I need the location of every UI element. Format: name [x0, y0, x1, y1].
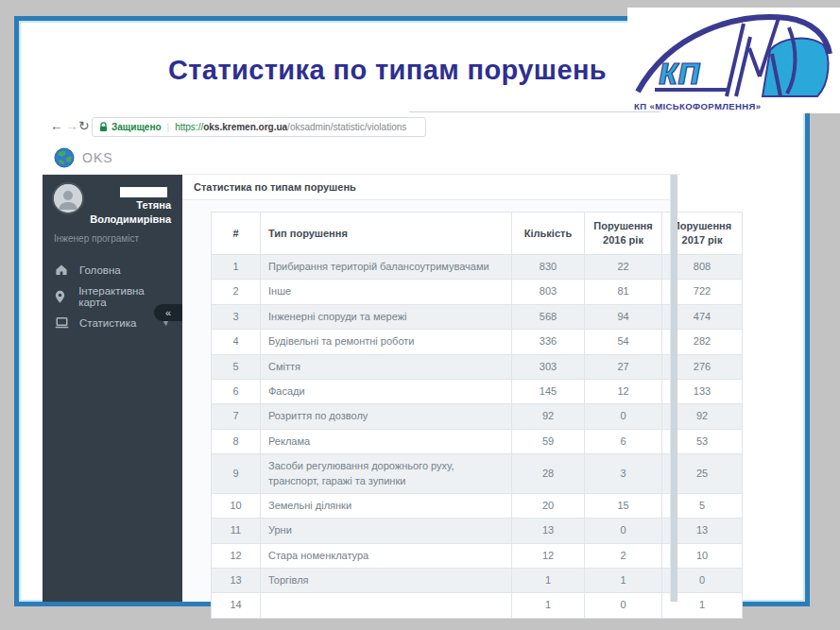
sidebar-item-label: Інтерактивна карта	[78, 285, 170, 308]
address-separator: |	[167, 122, 170, 132]
value-cell: 94	[585, 304, 662, 329]
table-header: #Тип порушенняКількістьПорушення 2016 рі…	[212, 213, 743, 255]
value-cell: 22	[585, 255, 662, 280]
column-header: Порушення 2016 рік	[585, 213, 662, 255]
value-cell: 14	[212, 593, 261, 618]
table-row: 12Стара номенклатура12210	[212, 543, 743, 568]
reload-icon[interactable]: ↻	[78, 116, 90, 135]
value-cell: 1	[585, 569, 662, 593]
violation-type-cell: Інженерні споруди та мережі	[261, 304, 512, 329]
value-cell: 59	[512, 429, 585, 453]
value-cell: 7	[212, 404, 261, 429]
table-row: 5Сміття30327276	[212, 354, 743, 379]
value-cell: 6	[212, 379, 261, 403]
value-cell: 27	[585, 354, 662, 379]
sidebar-item-label: Статистика	[79, 317, 136, 329]
sidebar-item-label: Головна	[79, 264, 121, 276]
column-header: Тип порушення	[261, 213, 512, 255]
home-icon	[55, 264, 70, 276]
user-name: Тетяна Володимирівна	[86, 184, 171, 227]
logo-caption: КП «МІСЬКОФОРМЛЕННЯ»	[634, 101, 761, 111]
table-row: 11Урни13013	[212, 519, 743, 543]
violation-type-cell: Земельні ділянки	[261, 493, 512, 518]
value-cell: 0	[585, 593, 662, 618]
url-domain: oks.kremen.org.ua	[203, 122, 287, 132]
globe-icon	[54, 147, 75, 168]
value-cell: 1	[512, 569, 585, 593]
value-cell: 54	[585, 330, 662, 354]
table-row: 10Земельні ділянки20155	[212, 493, 743, 518]
value-cell: 5	[212, 354, 261, 379]
table-row: 8Реклама59653	[212, 429, 743, 453]
value-cell: 2	[585, 543, 662, 568]
table-row: 4Будівельні та ремонтні роботи33654282	[212, 330, 743, 354]
sidebar: Тетяна Володимирівна Інженер програміст …	[43, 175, 182, 602]
value-cell: 10	[212, 493, 261, 518]
violation-type-cell: Реклама	[261, 429, 512, 453]
sidebar-collapse-button[interactable]: «	[154, 304, 182, 321]
value-cell: 3	[212, 304, 261, 329]
value-cell: 8	[212, 429, 261, 453]
violation-type-cell: Фасади	[261, 379, 512, 403]
logo-monogram: кп	[659, 50, 701, 92]
value-cell: 1	[212, 255, 261, 280]
value-cell: 0	[585, 404, 662, 429]
company-logo: кп КП «МІСЬКОФОРМЛЕННЯ»	[627, 8, 840, 113]
table-row: 1Прибирання територій балансоутримувачам…	[212, 255, 743, 280]
map-pin-icon	[55, 290, 69, 303]
sidebar-nav: ГоловнаІнтерактивна картаСтатистика▼	[43, 257, 182, 336]
value-cell: 92	[512, 404, 585, 429]
app-brand[interactable]: OKS	[82, 150, 113, 165]
column-header: #	[212, 213, 261, 255]
table-row: 9Засоби регулювання дорожнього руху, тра…	[212, 454, 743, 494]
back-icon[interactable]: ←	[50, 116, 63, 135]
value-cell: 145	[512, 379, 585, 403]
violation-type-cell: Прибирання територій балансоутримувачами	[261, 255, 512, 280]
value-cell: 9	[212, 454, 261, 494]
app-body: Тетяна Володимирівна Інженер програміст …	[43, 175, 680, 602]
value-cell: 1	[512, 593, 585, 618]
table-row: 2Інше80381722	[212, 280, 743, 304]
lock-icon	[99, 122, 108, 132]
table-row: 14101	[212, 593, 743, 618]
table-row: 7Розриття по дозволу92092	[212, 404, 743, 429]
violations-table: #Тип порушенняКількістьПорушення 2016 рі…	[211, 212, 743, 619]
violation-type-cell: Стара номенклатура	[261, 543, 512, 568]
laptop-icon	[55, 317, 70, 329]
value-cell: 12	[512, 543, 585, 568]
table-row: 13Торгівля110	[212, 569, 743, 593]
app-header: OKS	[43, 141, 680, 175]
value-cell: 6	[585, 429, 662, 453]
value-cell: 13	[512, 519, 585, 543]
sidebar-item-home[interactable]: Головна	[43, 257, 182, 283]
value-cell: 28	[512, 454, 585, 494]
address-bar[interactable]: Защищено | https://oks.kremen.org.ua/oks…	[92, 117, 426, 137]
value-cell: 15	[585, 493, 662, 518]
value-cell: 3	[585, 454, 662, 494]
slide-title: Статистика по типам порушень	[113, 55, 661, 86]
violation-type-cell: Засоби регулювання дорожнього руху, тран…	[261, 454, 512, 494]
avatar	[54, 184, 82, 213]
user-role: Інженер програміст	[54, 233, 171, 244]
forward-icon[interactable]: →	[65, 116, 78, 135]
value-cell: 803	[512, 280, 585, 304]
violation-type-cell: Будівельні та ремонтні роботи	[261, 330, 512, 354]
violation-type-cell: Розриття по дозволу	[261, 404, 512, 429]
value-cell: 568	[512, 304, 585, 329]
violation-type-cell: Інше	[261, 280, 512, 304]
main-content: Статистика по типам порушень #Тип поруше…	[182, 175, 670, 602]
user-block: Тетяна Володимирівна Інженер програміст	[43, 175, 182, 244]
value-cell: 303	[512, 354, 585, 379]
value-cell: 12	[212, 543, 261, 568]
value-cell: 336	[512, 330, 585, 354]
security-label: Защищено	[111, 122, 162, 132]
violation-type-cell: Торгівля	[261, 569, 512, 593]
value-cell: 830	[512, 255, 585, 280]
column-header: Кількість	[512, 213, 585, 255]
browser-toolbar: ← → ↻ Защищено | https://oks.kremen.org.…	[43, 113, 680, 140]
table-row: 3Інженерні споруди та мережі56894474	[212, 304, 743, 329]
table-row: 6Фасади14512133	[212, 379, 743, 403]
value-cell: 2	[212, 280, 261, 304]
scrollbar[interactable]	[670, 175, 677, 602]
value-cell: 13	[212, 569, 261, 593]
